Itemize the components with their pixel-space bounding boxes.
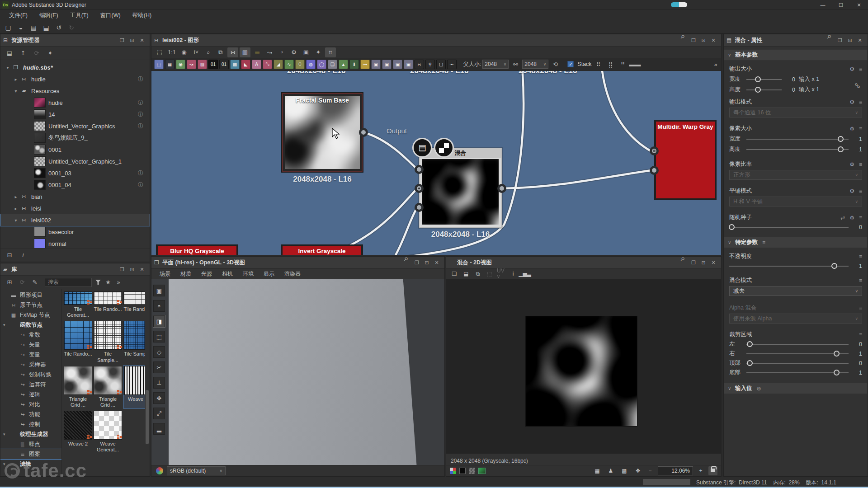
parameter-menu-icon[interactable]: ≡ [859, 215, 862, 221]
library-item[interactable]: Tile Sampl... [123, 321, 145, 363]
library-category[interactable]: ↪ 控制 [0, 419, 61, 429]
tree-item[interactable]: 0001 [0, 144, 150, 155]
info-overlay[interactable]: i [509, 270, 518, 278]
tree-item[interactable]: 冬鸟旗舰店_9_ [0, 132, 150, 144]
library-category[interactable]: ▬ 图形项目 [0, 290, 61, 300]
expand-arrow-icon[interactable]: ▸ [12, 77, 19, 82]
section-specific-parameters[interactable]: ∨ 特定参数 ≡ [724, 237, 868, 248]
menu-item[interactable]: 工具(T) [65, 10, 94, 21]
tree-item[interactable]: ▸ ∺ bian [0, 191, 150, 202]
tree-item[interactable]: ▾ ❒ hudie.sbs* [0, 61, 150, 73]
alpha-blending-select[interactable]: 使用来源 Alpha∨ [729, 314, 862, 324]
info-icon[interactable]: ⓘ [138, 99, 143, 107]
parameter-menu-icon[interactable]: ≡ [859, 305, 862, 311]
library-category[interactable]: ▒ 噪点 [0, 439, 61, 449]
input-pin-1[interactable] [415, 165, 424, 174]
reset-size-icon[interactable]: ⟲ [550, 59, 561, 69]
pixel-ratio-select[interactable]: 正方形∨ [729, 170, 862, 180]
node-fractal[interactable]: ▩ [230, 60, 240, 69]
library-item[interactable]: Tile Rando... [94, 291, 122, 318]
zoom-level-input[interactable]: 12.06% [658, 466, 693, 475]
transform-view[interactable]: ⬚ [485, 270, 494, 278]
expose-parameter-icon[interactable]: ⚙ [849, 215, 854, 221]
close-icon[interactable]: ✕ [708, 36, 718, 45]
close-icon[interactable]: ✕ [855, 36, 865, 45]
parameter-menu-icon[interactable]: ≡ [859, 332, 862, 338]
parent-width-select[interactable]: 2048∨ [482, 60, 509, 69]
export[interactable]: ↥ [19, 49, 28, 58]
view3d-menu-item[interactable]: 显示 [259, 269, 279, 279]
stack-layout-3-icon[interactable]: ⠛ [618, 59, 628, 69]
overflow-icon[interactable]: » [115, 278, 122, 287]
expand-arrow-icon[interactable]: ▾ [12, 89, 19, 94]
actual-size[interactable]: 1:1 [166, 47, 177, 57]
library-category[interactable]: ↪ 常数 [0, 330, 61, 340]
window-minimize-button[interactable]: — [814, 0, 832, 10]
view2d-canvas[interactable] [446, 279, 721, 454]
node-multidir-warp[interactable]: Multidir. Warp Gray [654, 120, 717, 200]
new-file[interactable]: ▢ [3, 22, 14, 33]
tiling[interactable]: ▩ [620, 467, 629, 475]
clean[interactable]: ✦ [313, 47, 324, 57]
expose-parameter-icon[interactable]: ⚙ [849, 66, 854, 72]
library-item[interactable]: Weave 1 [123, 366, 145, 408]
preview-image-icon[interactable] [478, 468, 486, 474]
library-item[interactable]: Triangle Grid ... [64, 366, 92, 408]
frame-all[interactable]: ⬚ [154, 47, 165, 57]
close-icon[interactable]: ✕ [137, 36, 147, 45]
grid-snap[interactable]: ⌗ [325, 47, 336, 57]
tree-view-icon[interactable]: ⊟ [5, 251, 14, 260]
node-blur-hq-grayscale[interactable]: Blur HQ Grayscale [156, 244, 238, 255]
node-text[interactable]: A [252, 60, 261, 69]
spline[interactable]: ↝ [264, 47, 275, 57]
portal[interactable]: -•- [447, 60, 457, 69]
library-item[interactable]: Weave 2 [64, 411, 92, 453]
node-flood-fill[interactable]: ◣ [241, 60, 250, 69]
parameter-menu-icon[interactable]: ≡ [859, 126, 862, 132]
align-nodes[interactable]: ⚌ [252, 47, 263, 57]
favorite-add-icon[interactable]: ★ [104, 278, 112, 287]
expand-arrow-icon[interactable]: ▾ [12, 218, 19, 223]
expose-parameter-icon[interactable]: ⚙ [849, 99, 854, 105]
tree-item[interactable]: Untitled_Vector_Graphics ⓘ [0, 120, 150, 132]
maximize-icon[interactable]: ⊡ [127, 265, 137, 274]
library-category[interactable]: ▦ FxMap 节点 [0, 310, 61, 320]
reload[interactable]: ⟳ [32, 49, 41, 58]
node-fractal-sum-base[interactable]: Fractal Sum Base [281, 92, 363, 173]
info-view-icon[interactable]: i [19, 251, 28, 260]
window-maximize-button[interactable]: ☐ [832, 0, 850, 10]
tiling-mode-select[interactable]: H 和 V 平铺∨ [729, 197, 862, 206]
lock-zoom-icon[interactable] [708, 466, 717, 475]
channels-icon[interactable] [450, 468, 456, 474]
uv-scissors[interactable]: ✂ [153, 361, 165, 373]
histogram[interactable]: ▁▅▃ [520, 270, 529, 278]
library-item[interactable]: Weave Generat... [94, 411, 122, 453]
stack-checkbox[interactable]: ✓ [567, 61, 574, 67]
tree-item[interactable]: ▸ ∺ leisi [0, 202, 150, 214]
library-category[interactable]: ↪ 对比 [0, 399, 61, 409]
maximize-icon[interactable]: ⊡ [698, 36, 708, 45]
stack-layout-2-icon[interactable]: ⣿ [605, 59, 616, 69]
parameter-menu-icon[interactable]: ≡ [859, 188, 862, 194]
menu-item[interactable]: 文件(F) [4, 10, 33, 21]
tree-item[interactable]: 0001_03 ⓘ [0, 167, 150, 179]
tree-item[interactable]: ▾ ∺ leisi002 [0, 214, 150, 226]
node-pin2[interactable]: ▣ [393, 60, 402, 69]
alpha-mode-badge[interactable] [434, 138, 454, 158]
graph-view[interactable]: ∺ [227, 47, 238, 57]
info[interactable]: i˅ [191, 47, 202, 57]
grid-toggle[interactable]: ▦ [593, 467, 602, 475]
window-close-button[interactable]: ✕ [850, 0, 868, 10]
menu-item[interactable]: 编辑(E) [34, 10, 64, 21]
filter-icon[interactable] [95, 280, 101, 285]
node-link[interactable]: ▣ [404, 60, 413, 69]
menu-item[interactable]: 窗口(W) [95, 10, 126, 21]
parameter-menu-icon[interactable]: ≡ [859, 99, 862, 105]
node-blur[interactable]: ⬯ [295, 60, 305, 69]
maximize-icon[interactable]: ⊡ [845, 36, 855, 45]
expand-arrow-icon[interactable]: ▸ [12, 194, 19, 199]
copy-image[interactable]: ⧉ [473, 270, 482, 278]
add-input-icon[interactable]: ⊕ [757, 385, 761, 392]
scale[interactable]: ⤢ [153, 408, 165, 419]
view3d-menu-item[interactable]: 环境 [238, 269, 258, 279]
